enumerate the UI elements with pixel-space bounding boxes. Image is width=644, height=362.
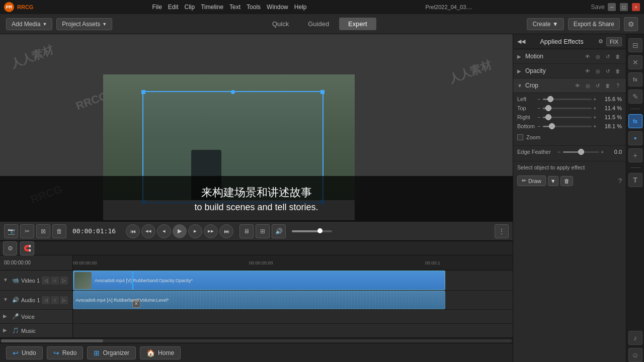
crop-right-plus[interactable]: + [593, 114, 597, 120]
crop-bottom-minus[interactable]: − [537, 123, 541, 129]
create-button[interactable]: Create ▼ [527, 18, 564, 30]
menu-file[interactable]: File [152, 4, 162, 11]
tab-expert[interactable]: Expert [339, 18, 376, 30]
video-tc-2[interactable]: ○ [51, 277, 59, 285]
crop-left-minus[interactable]: − [537, 96, 541, 102]
crop-handle-tr[interactable] [320, 90, 325, 94]
effects-help-button[interactable]: ? [618, 177, 622, 185]
crop-right-minus[interactable]: − [537, 114, 541, 120]
crop-top-minus[interactable]: − [537, 105, 541, 111]
skip-to-end-btn[interactable]: ⏭ [219, 224, 233, 238]
opacity-expand-icon[interactable]: ▶ [517, 68, 525, 74]
motion-effect-row[interactable]: ▶ Motion 👁 ◎ ↺ 🗑 [513, 49, 626, 64]
zoom-checkbox[interactable] [517, 134, 523, 140]
play-btn[interactable]: ▶ [173, 224, 187, 238]
crop-left-thumb[interactable] [547, 96, 553, 102]
volume-thumb[interactable] [317, 228, 323, 233]
menu-text[interactable]: Text [229, 4, 240, 11]
ef-thumb[interactable] [578, 149, 584, 155]
video-track-toggle[interactable]: ▼ [3, 277, 10, 284]
minimize-button[interactable]: ─ [608, 3, 616, 11]
camera-btn[interactable]: 📷 [4, 224, 18, 238]
voice-track-toggle[interactable]: ▶ [3, 313, 10, 320]
menu-help[interactable]: Help [294, 4, 307, 11]
next-frame-btn[interactable]: ▸ [188, 224, 202, 238]
opacity-eye-icon[interactable]: 👁 [584, 67, 592, 75]
skip-to-start-btn[interactable]: ⏮ [126, 224, 140, 238]
home-button[interactable]: 🏠 Home [140, 346, 181, 359]
video-tc-3[interactable]: ▷ [60, 277, 68, 285]
maximize-button[interactable]: □ [620, 3, 628, 11]
audio-tc-3[interactable]: ▷ [60, 296, 68, 304]
fix-button[interactable]: FIX [606, 37, 622, 46]
crop-left-track[interactable] [543, 99, 592, 100]
more-btn[interactable]: ⋮ [495, 224, 509, 238]
scissors-btn[interactable]: ✂ [20, 224, 34, 238]
crop-trash-icon[interactable]: 🗑 [604, 81, 612, 89]
crop-btn[interactable]: ⊠ [36, 224, 50, 238]
crop-effect-row[interactable]: ▼ Crop 👁 ◎ ↺ 🗑 ? [513, 78, 626, 93]
step-back-btn[interactable]: ◂◂ [141, 224, 155, 238]
fx-button[interactable]: fx [628, 114, 642, 128]
crop-bottom-plus[interactable]: + [593, 123, 597, 129]
motion-expand-icon[interactable]: ▶ [517, 54, 525, 59]
cross-button[interactable]: ✕ [628, 55, 642, 69]
pip-btn[interactable]: ⊞ [256, 224, 270, 238]
tl-settings-btn[interactable]: ⚙ [3, 241, 17, 255]
menu-bar[interactable]: File Edit Clip Timeline Text Tools Windo… [152, 4, 306, 11]
fx-color-button[interactable]: fx [628, 72, 642, 86]
adjustments-button[interactable]: ⊟ [628, 38, 642, 52]
tl-snap-btn[interactable]: 🧲 [20, 241, 34, 255]
time-ruler[interactable]: 00:00:00:00 00:00:05:00 00:00:1 [73, 255, 513, 270]
opacity-circle-icon[interactable]: ◎ [594, 67, 602, 75]
menu-tools[interactable]: Tools [247, 4, 261, 11]
audio-track-toggle[interactable]: ▼ [3, 297, 10, 304]
audio-tc-1[interactable]: ◁ [42, 296, 50, 304]
tab-guided[interactable]: Guided [299, 18, 338, 30]
motion-trash-icon[interactable]: 🗑 [614, 52, 622, 60]
crop-help-icon[interactable]: ? [614, 81, 622, 89]
text-button[interactable]: T [628, 173, 642, 187]
motion-circle-icon[interactable]: ◎ [594, 52, 602, 60]
motion-eye-icon[interactable]: 👁 [584, 52, 592, 60]
export-share-button[interactable]: Export & Share [568, 18, 620, 30]
monitor-btn[interactable]: 🖥 [239, 224, 254, 238]
ef-track[interactable] [563, 151, 599, 153]
redo-button[interactable]: ↪ Redo [47, 346, 84, 359]
crop-left-plus[interactable]: + [593, 96, 597, 102]
emoji-button[interactable]: ☺ [628, 348, 642, 362]
menu-edit[interactable]: Edit [168, 4, 179, 11]
ef-minus[interactable]: − [557, 149, 561, 155]
crop-top-track[interactable] [543, 108, 592, 109]
color-square-button[interactable]: ▪ [628, 131, 642, 145]
video-tc-1[interactable]: ◁ [42, 277, 50, 285]
ef-plus[interactable]: + [601, 149, 605, 155]
undo-button[interactable]: ↩ Undo [6, 346, 43, 359]
prev-frame-btn[interactable]: ◂ [157, 224, 171, 238]
add-media-button[interactable]: Add Media ▼ [6, 18, 52, 30]
close-button[interactable]: × [632, 3, 640, 11]
edit-button[interactable]: ✎ [628, 89, 642, 104]
scroll-track[interactable] [1, 339, 512, 342]
menu-window[interactable]: Window [267, 4, 288, 11]
audio-clip[interactable]: Avocado8.mp4 [A] Rubberband:Volume:Level… [73, 291, 445, 309]
crop-right-thumb[interactable] [545, 114, 551, 120]
volume-slider[interactable] [292, 230, 332, 232]
playhead[interactable] [132, 270, 133, 290]
effects-settings-icon[interactable]: ⚙ [598, 38, 603, 45]
menu-clip[interactable]: Clip [185, 4, 195, 11]
crop-handle-tl[interactable] [141, 90, 145, 94]
scroll-thumb[interactable] [1, 339, 103, 342]
effects-collapse-btn[interactable]: ◀◀ [517, 38, 525, 45]
window-controls[interactable]: ─ □ × [608, 3, 640, 11]
vol-btn[interactable]: 🔊 [272, 224, 286, 238]
crop-expand-icon[interactable]: ▼ [517, 83, 525, 88]
crop-right-track[interactable] [543, 117, 592, 118]
crop-top-plus[interactable]: + [593, 105, 597, 111]
music-button[interactable]: ♪ [628, 331, 642, 345]
draw-dropdown-button[interactable]: ▼ [548, 176, 558, 186]
opacity-effect-row[interactable]: ▶ Opacity 👁 ◎ ↺ 🗑 [513, 64, 626, 78]
tab-quick[interactable]: Quick [263, 18, 298, 30]
crop-bottom-thumb[interactable] [549, 123, 555, 129]
organizer-button[interactable]: ⊞ Organizer [87, 346, 136, 359]
